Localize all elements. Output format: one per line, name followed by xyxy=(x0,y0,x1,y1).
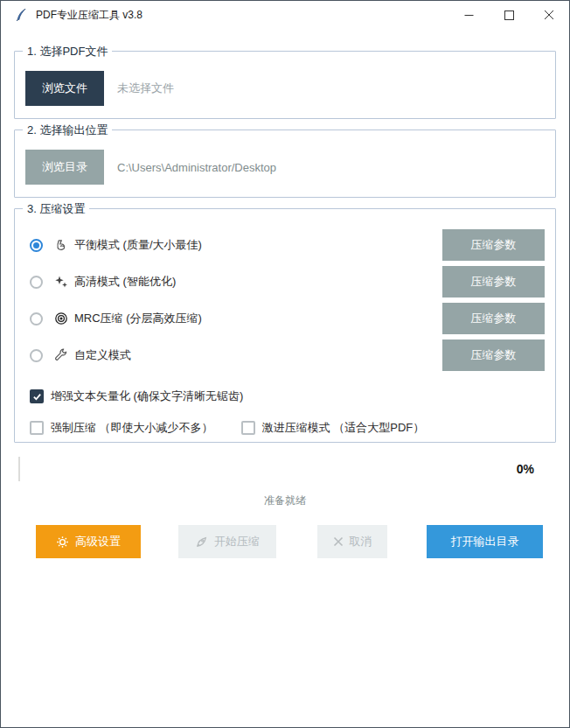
titlebar: PDF专业压缩工具 v3.8 xyxy=(1,1,569,29)
maximize-icon xyxy=(504,10,514,20)
checkbox-aggressive-mode[interactable] xyxy=(241,421,255,435)
mode-row-mrc: MRC压缩 (分层高效压缩) 压缩参数 xyxy=(25,300,545,337)
sparkles-icon xyxy=(54,275,68,289)
checkbox-label-text-vectorize: 增强文本矢量化 (确保文字清晰无锯齿) xyxy=(51,388,243,404)
open-output-directory-button[interactable]: 打开输出目录 xyxy=(427,525,543,558)
advanced-settings-button[interactable]: 高级设置 xyxy=(36,525,141,558)
mode-row-balanced: 平衡模式 (质量/大小最佳) 压缩参数 xyxy=(25,227,545,263)
mode-label-balanced: 平衡模式 (质量/大小最佳) xyxy=(74,237,202,253)
compression-settings-group: 3. 压缩设置 平衡模式 (质量/大小最佳) 压缩参数 xyxy=(14,208,556,443)
checkbox-text-vectorize[interactable] xyxy=(30,389,44,403)
cancel-label: 取消 xyxy=(350,534,372,550)
action-bar: 高级设置 开始压缩 取消 打开输出目录 xyxy=(14,525,556,558)
start-compress-button[interactable]: 开始压缩 xyxy=(178,525,276,558)
output-location-group: 2. 选择输出位置 浏览目录 C:\Users\Administrator/De… xyxy=(14,130,556,198)
compression-settings-group-title: 3. 压缩设置 xyxy=(23,201,89,217)
radio-hd-mode[interactable] xyxy=(30,276,43,289)
checkbox-label-force-compress: 强制压缩 （即使大小减少不多） xyxy=(51,420,213,436)
app-window: PDF专业压缩工具 v3.8 1. 选择PDF文件 xyxy=(0,0,570,728)
gear-icon xyxy=(56,536,69,549)
check-row-vectorize: 增强文本矢量化 (确保文字清晰无锯齿) xyxy=(25,388,545,404)
minimize-icon xyxy=(464,10,474,20)
feather-app-icon xyxy=(14,8,28,22)
output-path-text: C:\Users\Administrator/Desktop xyxy=(117,161,276,174)
close-icon xyxy=(544,10,554,20)
progress-percent: 0% xyxy=(517,462,534,476)
start-compress-label: 开始压缩 xyxy=(214,534,260,550)
maximize-button[interactable] xyxy=(489,1,529,29)
rocket-icon xyxy=(195,536,208,549)
status-text: 准备就绪 xyxy=(14,494,556,508)
mode-label-custom: 自定义模式 xyxy=(74,347,131,363)
progress-row: 0% xyxy=(14,457,556,481)
compress-params-button-balanced[interactable]: 压缩参数 xyxy=(442,229,545,261)
checkbox-force-compress[interactable] xyxy=(30,421,44,435)
compress-params-button-hd[interactable]: 压缩参数 xyxy=(442,266,545,298)
browse-directory-button[interactable]: 浏览目录 xyxy=(25,150,104,185)
advanced-settings-label: 高级设置 xyxy=(75,534,121,550)
select-file-group-title: 1. 选择PDF文件 xyxy=(23,44,112,60)
file-status-text: 未选择文件 xyxy=(117,80,174,96)
progress-bar-track-edge xyxy=(18,457,20,481)
radio-custom-mode[interactable] xyxy=(30,349,43,362)
x-icon xyxy=(333,536,344,547)
mode-label-hd: 高清模式 (智能优化) xyxy=(74,274,176,290)
mode-row-custom: 自定义模式 压缩参数 xyxy=(25,337,545,374)
radio-mrc-mode[interactable] xyxy=(30,312,43,326)
cancel-button[interactable]: 取消 xyxy=(317,525,387,558)
output-location-group-title: 2. 选择输出位置 xyxy=(23,122,112,138)
radio-balanced-mode[interactable] xyxy=(30,239,43,252)
target-icon xyxy=(54,312,68,326)
compress-params-button-custom[interactable]: 压缩参数 xyxy=(442,340,545,371)
mode-row-hd: 高清模式 (智能优化) 压缩参数 xyxy=(25,263,545,300)
check-row-force-aggressive: 强制压缩 （即使大小减少不多） 激进压缩模式 （适合大型PDF） xyxy=(25,420,545,436)
window-title: PDF专业压缩工具 v3.8 xyxy=(36,8,142,23)
compress-params-button-mrc[interactable]: 压缩参数 xyxy=(442,303,545,334)
muscle-icon xyxy=(54,238,68,252)
wrench-icon xyxy=(54,348,68,362)
close-button[interactable] xyxy=(529,1,569,29)
browse-file-button[interactable]: 浏览文件 xyxy=(25,71,104,106)
mode-label-mrc: MRC压缩 (分层高效压缩) xyxy=(74,311,202,326)
minimize-button[interactable] xyxy=(448,1,489,29)
select-file-group: 1. 选择PDF文件 浏览文件 未选择文件 xyxy=(14,51,556,119)
checkbox-label-aggressive-mode: 激进压缩模式 （适合大型PDF） xyxy=(262,420,425,436)
open-output-directory-label: 打开输出目录 xyxy=(451,534,519,550)
progress-bar xyxy=(14,457,517,481)
